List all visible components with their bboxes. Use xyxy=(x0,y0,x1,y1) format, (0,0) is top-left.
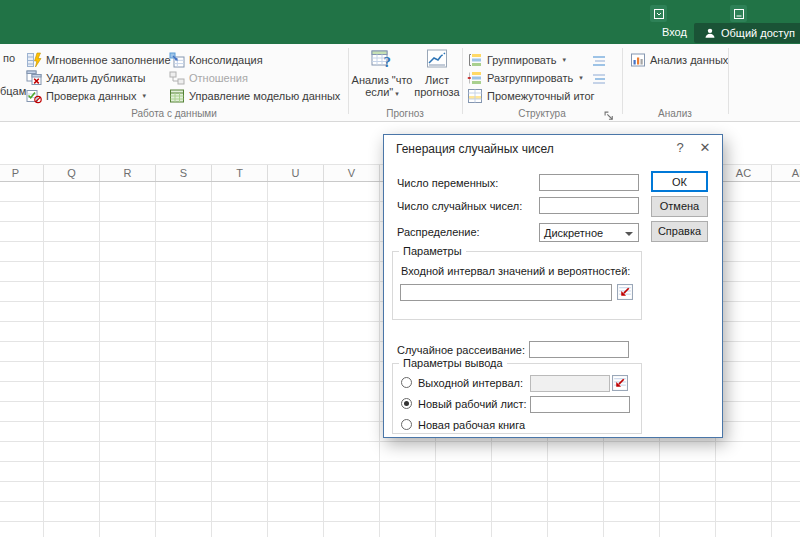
input-range-input[interactable] xyxy=(400,284,612,301)
group-label-outline: Структура xyxy=(462,108,622,119)
ribbon-separator xyxy=(348,48,349,114)
parameters-group-label: Параметры xyxy=(399,245,466,257)
forecast-sheet-label-line1: Лист xyxy=(425,74,449,86)
dialog-title: Генерация случайных чисел xyxy=(396,142,554,156)
dialog-help-button[interactable]: ? xyxy=(672,140,688,155)
data-validation-label: Проверка данных xyxy=(46,90,136,102)
chevron-down-icon: ▾ xyxy=(395,90,399,97)
outline-dialog-launcher-button[interactable] xyxy=(604,108,615,119)
help-button[interactable]: Справка xyxy=(651,221,708,242)
window-chevron-icon xyxy=(654,9,664,19)
data-validation-button[interactable]: Проверка данных ▾ xyxy=(26,87,146,104)
relationships-label: Отношения xyxy=(189,72,248,84)
data-analysis-icon xyxy=(630,52,646,68)
consolidate-label: Консолидация xyxy=(189,54,263,66)
new-worksheet-radio[interactable] xyxy=(401,398,412,409)
output-range-input[interactable] xyxy=(530,375,610,392)
consolidate-icon xyxy=(169,52,185,68)
hide-detail-button[interactable] xyxy=(592,70,606,87)
parameters-group: Параметры Входной интервал значений и ве… xyxy=(392,251,642,320)
manage-data-model-label: Управление моделью данных xyxy=(189,90,340,102)
subtotal-icon xyxy=(467,88,483,104)
show-detail-icon xyxy=(592,54,606,68)
column-header-AD[interactable]: AD xyxy=(772,165,800,181)
show-detail-button[interactable] xyxy=(592,52,606,69)
chevron-down-icon: ▾ xyxy=(563,56,567,64)
column-header-Q[interactable]: Q xyxy=(44,165,100,181)
output-options-group: Параметры вывода Выходной интервал: Новы… xyxy=(392,363,642,434)
share-button[interactable]: Общий доступ xyxy=(694,23,800,43)
range-selector-icon[interactable] xyxy=(617,284,633,300)
excel-window: Вход Общий доступ по бцам Мгновенное зап… xyxy=(0,0,800,537)
what-if-analysis-icon: ? xyxy=(371,48,393,70)
ribbon-separator xyxy=(462,48,463,114)
share-label: Общий доступ xyxy=(721,27,795,39)
ok-button[interactable]: ОК xyxy=(651,171,708,192)
data-analysis-button[interactable]: Анализ данных xyxy=(630,51,728,68)
ribbon-separator xyxy=(622,48,623,114)
person-icon xyxy=(704,27,716,39)
data-validation-icon xyxy=(26,88,42,104)
column-header-S[interactable]: S xyxy=(156,165,212,181)
ribbon-display-options-button[interactable] xyxy=(650,5,667,22)
subtotal-label: Промежуточный итог xyxy=(487,90,595,102)
new-workbook-radio[interactable] xyxy=(401,419,412,430)
ungroup-button[interactable]: Разгруппировать ▾ xyxy=(467,69,583,86)
minimize-window-button[interactable] xyxy=(730,5,747,22)
column-header-T[interactable]: T xyxy=(212,165,268,181)
group-button[interactable]: Группировать ▾ xyxy=(467,51,566,68)
num-variables-input[interactable] xyxy=(539,174,639,191)
distribution-selected-value: Дискретное xyxy=(544,227,603,239)
new-worksheet-label: Новый рабочий лист: xyxy=(418,398,527,410)
cutoff-text-to-columns-top[interactable]: по xyxy=(3,52,15,64)
group-label-data-tools: Работа с данными xyxy=(0,108,348,119)
output-range-label: Выходной интервал: xyxy=(418,377,523,389)
manage-data-model-button[interactable]: Управление моделью данных xyxy=(169,87,340,104)
remove-duplicates-label: Удалить дубликаты xyxy=(46,72,145,84)
cancel-button[interactable]: Отмена xyxy=(651,196,708,217)
remove-duplicates-icon xyxy=(26,70,42,86)
chevron-down-icon: ▾ xyxy=(142,92,146,100)
consolidate-button[interactable]: Консолидация xyxy=(169,51,263,68)
new-worksheet-input[interactable] xyxy=(530,396,630,413)
forecast-sheet-label-line2: прогноза xyxy=(414,86,459,98)
forecast-sheet-icon xyxy=(426,48,448,70)
flash-fill-button[interactable]: Мгновенное заполнение xyxy=(26,51,171,68)
flash-fill-label: Мгновенное заполнение xyxy=(46,54,171,66)
cutoff-text-to-columns-bottom[interactable]: бцам xyxy=(0,85,26,97)
group-icon xyxy=(467,52,483,68)
num-random-input[interactable] xyxy=(539,197,639,214)
forecast-sheet-button[interactable]: Лист прогноза xyxy=(413,48,461,98)
remove-duplicates-button[interactable]: Удалить дубликаты xyxy=(26,69,145,86)
dialog-launcher-icon xyxy=(604,111,615,122)
num-random-label: Число случайных чисел: xyxy=(397,200,522,212)
data-analysis-label: Анализ данных xyxy=(650,54,728,66)
group-label: Группировать xyxy=(487,54,557,66)
column-header-R[interactable]: R xyxy=(100,165,156,181)
column-header-P[interactable]: P xyxy=(0,165,44,181)
input-range-label: Входной интервал значений и вероятностей… xyxy=(401,265,630,277)
group-label-forecast: Прогноз xyxy=(348,108,462,119)
svg-text:?: ? xyxy=(384,54,392,70)
output-range-radio[interactable] xyxy=(401,377,412,388)
what-if-analysis-button[interactable]: ? Анализ "что если"▾ xyxy=(351,48,413,100)
flash-fill-icon xyxy=(26,52,42,68)
data-model-icon xyxy=(169,88,185,104)
ungroup-icon xyxy=(467,70,483,86)
random-seed-input[interactable] xyxy=(529,341,629,358)
new-workbook-label: Новая рабочая книга xyxy=(418,419,525,431)
hide-detail-icon xyxy=(592,72,606,86)
range-selector-icon[interactable] xyxy=(612,375,628,391)
distribution-select[interactable]: Дискретное xyxy=(539,223,639,242)
what-if-label-line1: Анализ "что xyxy=(352,74,413,86)
ribbon: по бцам Мгновенное заполнение Удалить ду… xyxy=(0,44,800,122)
column-header-U[interactable]: U xyxy=(268,165,324,181)
sign-in-link[interactable]: Вход xyxy=(662,26,687,38)
column-header-AC[interactable]: AC xyxy=(716,165,772,181)
dialog-close-button[interactable]: ✕ xyxy=(697,140,713,155)
column-header-V[interactable]: V xyxy=(324,165,380,181)
num-variables-label: Число переменных: xyxy=(397,177,498,189)
relationships-button[interactable]: Отношения xyxy=(169,69,248,86)
subtotal-button[interactable]: Промежуточный итог xyxy=(467,87,595,104)
chevron-down-icon: ▾ xyxy=(579,74,583,82)
